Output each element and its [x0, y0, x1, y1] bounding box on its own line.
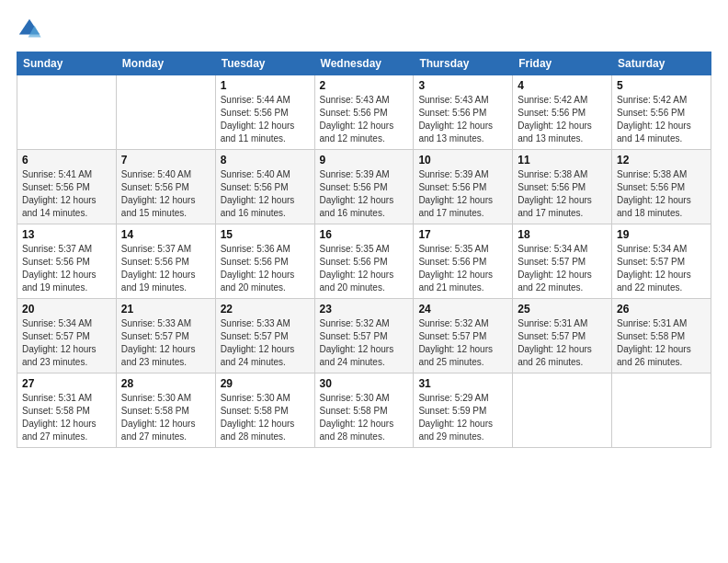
day-number: 23 — [320, 303, 409, 316]
calendar-cell: 28Sunrise: 5:30 AMSunset: 5:58 PMDayligh… — [116, 373, 215, 448]
day-info: Sunrise: 5:31 AMSunset: 5:57 PMDaylight:… — [518, 317, 607, 369]
day-info: Sunrise: 5:40 AMSunset: 5:56 PMDaylight:… — [221, 168, 310, 220]
day-info: Sunrise: 5:31 AMSunset: 5:58 PMDaylight:… — [617, 317, 706, 369]
day-number: 27 — [22, 377, 111, 390]
calendar-cell — [116, 75, 215, 150]
day-info: Sunrise: 5:29 AMSunset: 5:59 PMDaylight:… — [418, 392, 507, 443]
day-info: Sunrise: 5:37 AMSunset: 5:56 PMDaylight:… — [121, 243, 210, 294]
day-number: 18 — [518, 228, 607, 241]
calendar-week-3: 20Sunrise: 5:34 AMSunset: 5:57 PMDayligh… — [17, 299, 711, 373]
day-info: Sunrise: 5:31 AMSunset: 5:58 PMDaylight:… — [22, 392, 111, 443]
day-info: Sunrise: 5:32 AMSunset: 5:57 PMDaylight:… — [418, 317, 507, 369]
day-info: Sunrise: 5:35 AMSunset: 5:56 PMDaylight:… — [418, 243, 507, 294]
calendar-week-2: 13Sunrise: 5:37 AMSunset: 5:56 PMDayligh… — [17, 224, 711, 299]
calendar-cell — [612, 373, 711, 448]
day-number: 3 — [418, 79, 507, 92]
logo-icon — [17, 17, 42, 42]
calendar-cell: 19Sunrise: 5:34 AMSunset: 5:57 PMDayligh… — [612, 224, 711, 299]
day-number: 13 — [22, 228, 111, 241]
day-info: Sunrise: 5:30 AMSunset: 5:58 PMDaylight:… — [121, 392, 210, 443]
day-number: 4 — [518, 79, 607, 92]
day-info: Sunrise: 5:39 AMSunset: 5:56 PMDaylight:… — [320, 168, 409, 220]
calendar-cell: 13Sunrise: 5:37 AMSunset: 5:56 PMDayligh… — [17, 224, 117, 299]
day-number: 9 — [320, 154, 409, 167]
day-number: 21 — [121, 303, 210, 316]
day-info: Sunrise: 5:32 AMSunset: 5:57 PMDaylight:… — [320, 317, 409, 369]
calendar-cell: 3Sunrise: 5:43 AMSunset: 5:56 PMDaylight… — [414, 75, 513, 150]
day-info: Sunrise: 5:34 AMSunset: 5:57 PMDaylight:… — [617, 243, 706, 294]
logo — [17, 17, 46, 42]
col-header-wednesday: Wednesday — [314, 52, 414, 75]
calendar-week-1: 6Sunrise: 5:41 AMSunset: 5:56 PMDaylight… — [17, 150, 711, 224]
day-number: 14 — [121, 228, 210, 241]
day-number: 29 — [221, 377, 310, 390]
col-header-monday: Monday — [116, 52, 215, 75]
col-header-thursday: Thursday — [414, 52, 513, 75]
calendar-week-0: 1Sunrise: 5:44 AMSunset: 5:56 PMDaylight… — [17, 75, 711, 150]
calendar-cell: 15Sunrise: 5:36 AMSunset: 5:56 PMDayligh… — [215, 224, 314, 299]
col-header-tuesday: Tuesday — [215, 52, 314, 75]
page: SundayMondayTuesdayWednesdayThursdayFrid… — [0, 0, 728, 563]
day-number: 15 — [221, 228, 310, 241]
day-info: Sunrise: 5:37 AMSunset: 5:56 PMDaylight:… — [22, 243, 111, 294]
calendar-cell: 7Sunrise: 5:40 AMSunset: 5:56 PMDaylight… — [116, 150, 215, 224]
calendar-cell: 22Sunrise: 5:33 AMSunset: 5:57 PMDayligh… — [215, 299, 314, 373]
day-number: 6 — [22, 154, 111, 167]
day-number: 25 — [518, 303, 607, 316]
day-info: Sunrise: 5:30 AMSunset: 5:58 PMDaylight:… — [320, 392, 409, 443]
day-number: 22 — [221, 303, 310, 316]
day-number: 7 — [121, 154, 210, 167]
day-info: Sunrise: 5:39 AMSunset: 5:56 PMDaylight:… — [418, 168, 507, 220]
day-info: Sunrise: 5:42 AMSunset: 5:56 PMDaylight:… — [518, 94, 607, 145]
calendar-cell: 11Sunrise: 5:38 AMSunset: 5:56 PMDayligh… — [513, 150, 612, 224]
day-info: Sunrise: 5:40 AMSunset: 5:56 PMDaylight:… — [121, 168, 210, 220]
calendar-header-row: SundayMondayTuesdayWednesdayThursdayFrid… — [17, 52, 711, 75]
day-info: Sunrise: 5:42 AMSunset: 5:56 PMDaylight:… — [617, 94, 706, 145]
calendar-cell — [17, 75, 117, 150]
day-info: Sunrise: 5:34 AMSunset: 5:57 PMDaylight:… — [22, 317, 111, 369]
day-number: 16 — [320, 228, 409, 241]
day-info: Sunrise: 5:33 AMSunset: 5:57 PMDaylight:… — [221, 317, 310, 369]
day-number: 17 — [418, 228, 507, 241]
day-number: 28 — [121, 377, 210, 390]
calendar-cell: 9Sunrise: 5:39 AMSunset: 5:56 PMDaylight… — [314, 150, 414, 224]
day-number: 8 — [221, 154, 310, 167]
calendar-cell: 31Sunrise: 5:29 AMSunset: 5:59 PMDayligh… — [414, 373, 513, 448]
calendar-cell: 24Sunrise: 5:32 AMSunset: 5:57 PMDayligh… — [414, 299, 513, 373]
day-number: 11 — [518, 154, 607, 167]
calendar-cell: 8Sunrise: 5:40 AMSunset: 5:56 PMDaylight… — [215, 150, 314, 224]
day-number: 26 — [617, 303, 706, 316]
day-info: Sunrise: 5:43 AMSunset: 5:56 PMDaylight:… — [418, 94, 507, 145]
col-header-friday: Friday — [513, 52, 612, 75]
day-info: Sunrise: 5:38 AMSunset: 5:56 PMDaylight:… — [617, 168, 706, 220]
day-number: 1 — [221, 79, 310, 92]
calendar-cell: 16Sunrise: 5:35 AMSunset: 5:56 PMDayligh… — [314, 224, 414, 299]
calendar-cell: 1Sunrise: 5:44 AMSunset: 5:56 PMDaylight… — [215, 75, 314, 150]
day-info: Sunrise: 5:30 AMSunset: 5:58 PMDaylight:… — [221, 392, 310, 443]
day-number: 31 — [418, 377, 507, 390]
calendar-cell: 18Sunrise: 5:34 AMSunset: 5:57 PMDayligh… — [513, 224, 612, 299]
calendar-cell: 26Sunrise: 5:31 AMSunset: 5:58 PMDayligh… — [612, 299, 711, 373]
col-header-saturday: Saturday — [612, 52, 711, 75]
calendar-cell: 17Sunrise: 5:35 AMSunset: 5:56 PMDayligh… — [414, 224, 513, 299]
day-info: Sunrise: 5:43 AMSunset: 5:56 PMDaylight:… — [320, 94, 409, 145]
day-info: Sunrise: 5:36 AMSunset: 5:56 PMDaylight:… — [221, 243, 310, 294]
calendar-cell: 30Sunrise: 5:30 AMSunset: 5:58 PMDayligh… — [314, 373, 414, 448]
calendar-cell: 10Sunrise: 5:39 AMSunset: 5:56 PMDayligh… — [414, 150, 513, 224]
day-number: 20 — [22, 303, 111, 316]
day-info: Sunrise: 5:38 AMSunset: 5:56 PMDaylight:… — [518, 168, 607, 220]
calendar-cell: 27Sunrise: 5:31 AMSunset: 5:58 PMDayligh… — [17, 373, 117, 448]
header — [17, 17, 711, 42]
calendar-cell — [513, 373, 612, 448]
calendar-week-4: 27Sunrise: 5:31 AMSunset: 5:58 PMDayligh… — [17, 373, 711, 448]
day-number: 5 — [617, 79, 706, 92]
col-header-sunday: Sunday — [17, 52, 117, 75]
calendar-cell: 2Sunrise: 5:43 AMSunset: 5:56 PMDaylight… — [314, 75, 414, 150]
day-info: Sunrise: 5:34 AMSunset: 5:57 PMDaylight:… — [518, 243, 607, 294]
day-number: 2 — [320, 79, 409, 92]
day-number: 24 — [418, 303, 507, 316]
day-number: 19 — [617, 228, 706, 241]
calendar-cell: 6Sunrise: 5:41 AMSunset: 5:56 PMDaylight… — [17, 150, 117, 224]
day-info: Sunrise: 5:33 AMSunset: 5:57 PMDaylight:… — [121, 317, 210, 369]
day-info: Sunrise: 5:35 AMSunset: 5:56 PMDaylight:… — [320, 243, 409, 294]
